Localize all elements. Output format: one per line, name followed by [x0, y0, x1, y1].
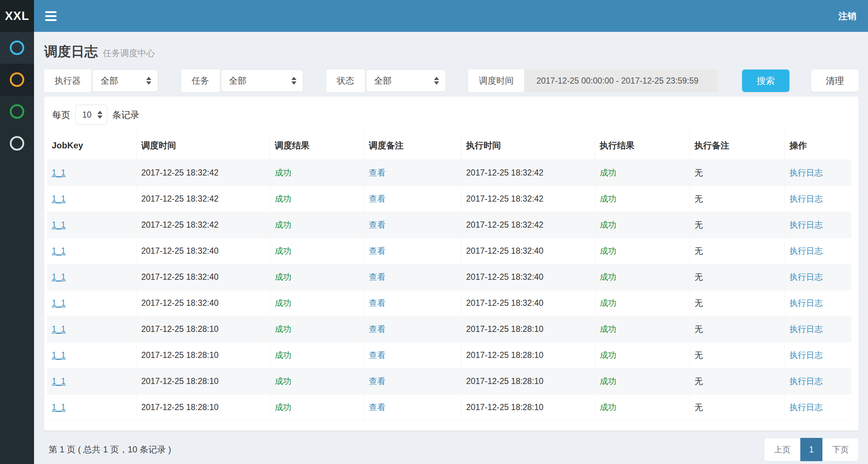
trigger-result: 成功	[275, 350, 291, 360]
handle-msg: 无	[695, 220, 703, 229]
trigger-time: 2017-12-25 18:32:42	[141, 194, 219, 203]
trigger-msg-link[interactable]: 查看	[369, 324, 385, 334]
app-logo[interactable]: XXL	[0, 0, 34, 32]
sidebar-item-4[interactable]	[0, 127, 34, 159]
column-header: 操作	[785, 131, 851, 160]
execute-log-link[interactable]: 执行日志	[789, 324, 823, 334]
execute-log-link[interactable]: 执行日志	[789, 194, 823, 203]
trigger-msg-link[interactable]: 查看	[369, 402, 385, 412]
trigger-result: 成功	[275, 194, 291, 203]
execute-log-link[interactable]: 执行日志	[789, 272, 823, 282]
handle-result: 成功	[600, 194, 616, 203]
jobkey-link[interactable]: 1_1	[52, 324, 66, 334]
handle-time: 2017-12-25 18:28:10	[466, 376, 544, 386]
circle-o-icon	[10, 41, 24, 55]
execute-log-link[interactable]: 执行日志	[789, 376, 823, 386]
handle-msg: 无	[695, 402, 703, 412]
main-content: 调度日志 任务调度中心 执行器 全部 任务 全部 状态 全部 调度时间	[34, 32, 868, 464]
sidebar-toggle-button[interactable]	[34, 0, 67, 32]
table-footer: 第 1 页 ( 总共 1 页，10 条记录 ) 上页 1 下页	[44, 438, 859, 461]
jobkey-link[interactable]: 1_1	[52, 272, 66, 282]
jobkey-link[interactable]: 1_1	[52, 298, 66, 308]
circle-o-icon	[10, 104, 24, 119]
top-navbar: XXL 注销	[0, 0, 868, 32]
handle-time: 2017-12-25 18:32:40	[466, 272, 544, 282]
page-size-select[interactable]: 10	[75, 105, 107, 125]
jobkey-link[interactable]: 1_1	[52, 194, 66, 203]
pagination-summary: 第 1 页 ( 总共 1 页，10 条记录 )	[49, 444, 171, 455]
handle-result: 成功	[600, 324, 616, 334]
column-header: 执行备注	[690, 131, 784, 160]
trigger-msg-link[interactable]: 查看	[369, 272, 385, 282]
handle-time: 2017-12-25 18:32:40	[466, 246, 544, 256]
sidebar-item-3[interactable]	[0, 96, 34, 127]
handle-result: 成功	[600, 376, 616, 386]
status-select[interactable]: 全部	[366, 69, 446, 92]
jobkey-link[interactable]: 1_1	[52, 168, 66, 177]
page-size-suffix-label: 条记录	[112, 109, 139, 121]
trigger-msg-link[interactable]: 查看	[369, 168, 385, 177]
search-button[interactable]: 搜索	[742, 69, 789, 92]
jobkey-link[interactable]: 1_1	[52, 220, 66, 229]
table-row: 1_12017-12-25 18:32:42成功查看2017-12-25 18:…	[47, 186, 851, 212]
execute-log-link[interactable]: 执行日志	[789, 246, 823, 256]
column-header: 调度结果	[270, 131, 364, 160]
trigger-time: 2017-12-25 18:32:42	[141, 220, 219, 229]
trigger-result: 成功	[275, 298, 291, 308]
trigger-time: 2017-12-25 18:28:10	[141, 324, 219, 334]
sidebar-item-1[interactable]	[0, 32, 34, 64]
hamburger-icon	[45, 11, 56, 21]
execute-log-link[interactable]: 执行日志	[789, 298, 823, 308]
log-table-box: 每页 10 条记录 JobKey调度时间调度结果调度备注执行时间执行结果执行备注…	[44, 97, 859, 431]
handle-msg: 无	[695, 298, 703, 308]
trigger-time: 2017-12-25 18:32:40	[141, 246, 219, 256]
job-select-value: 全部	[229, 75, 247, 87]
current-page-button[interactable]: 1	[800, 438, 822, 461]
handle-result: 成功	[600, 350, 616, 360]
execute-log-link[interactable]: 执行日志	[789, 220, 823, 229]
trigger-msg-link[interactable]: 查看	[369, 376, 385, 386]
sidebar-item-2-active[interactable]	[0, 64, 34, 96]
trigger-msg-link[interactable]: 查看	[369, 246, 385, 256]
select-stepper-icon	[291, 77, 296, 85]
clear-button[interactable]: 清理	[811, 69, 859, 92]
circle-o-icon	[10, 72, 24, 87]
job-select[interactable]: 全部	[221, 69, 303, 92]
page-size-value: 10	[82, 110, 92, 120]
executor-select[interactable]: 全部	[92, 69, 158, 92]
trigger-msg-link[interactable]: 查看	[369, 298, 385, 308]
trigger-time-range-input[interactable]	[524, 69, 718, 92]
jobkey-link[interactable]: 1_1	[52, 402, 66, 412]
logout-link[interactable]: 注销	[827, 0, 868, 32]
executor-filter-label: 执行器	[44, 69, 91, 92]
handle-time: 2017-12-25 18:32:42	[466, 220, 544, 229]
jobkey-link[interactable]: 1_1	[52, 246, 66, 256]
handle-msg: 无	[695, 194, 703, 203]
log-table-body: 1_12017-12-25 18:32:42成功查看2017-12-25 18:…	[47, 160, 851, 421]
table-header-row: JobKey调度时间调度结果调度备注执行时间执行结果执行备注操作	[47, 131, 851, 160]
execute-log-link[interactable]: 执行日志	[789, 402, 823, 412]
jobkey-link[interactable]: 1_1	[52, 350, 66, 360]
table-row: 1_12017-12-25 18:28:10成功查看2017-12-25 18:…	[47, 368, 851, 395]
trigger-msg-link[interactable]: 查看	[369, 194, 385, 203]
handle-msg: 无	[695, 324, 703, 334]
column-header: 执行结果	[595, 131, 690, 160]
trigger-time: 2017-12-25 18:28:10	[141, 376, 219, 386]
page-size-prefix-label: 每页	[52, 109, 70, 121]
trigger-time: 2017-12-25 18:32:40	[141, 298, 219, 308]
job-filter-label: 任务	[181, 69, 220, 92]
execute-log-link[interactable]: 执行日志	[789, 168, 823, 177]
prev-page-button[interactable]: 上页	[764, 438, 800, 461]
trigger-msg-link[interactable]: 查看	[369, 220, 385, 229]
trigger-result: 成功	[275, 402, 291, 412]
execute-log-link[interactable]: 执行日志	[789, 350, 823, 360]
handle-time: 2017-12-25 18:28:10	[466, 324, 544, 334]
next-page-button[interactable]: 下页	[822, 438, 859, 461]
handle-result: 成功	[600, 246, 616, 256]
handle-msg: 无	[695, 168, 703, 177]
jobkey-link[interactable]: 1_1	[52, 376, 66, 386]
navbar-spacer	[67, 0, 827, 32]
handle-result: 成功	[600, 168, 616, 177]
handle-result: 成功	[600, 402, 616, 412]
trigger-msg-link[interactable]: 查看	[369, 350, 385, 360]
